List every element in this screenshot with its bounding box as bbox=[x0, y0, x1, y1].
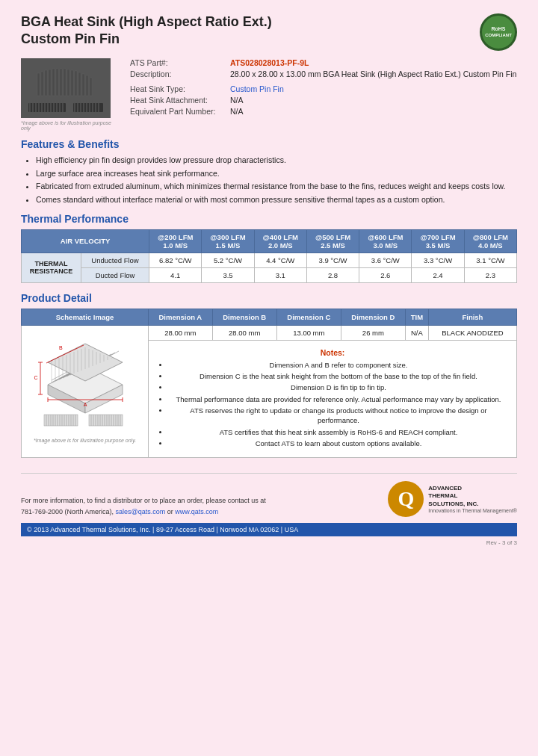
svg-rect-9 bbox=[67, 69, 69, 96]
svg-rect-81 bbox=[44, 415, 78, 426]
description-label: Description: bbox=[130, 69, 227, 78]
ducted-800: 2.3 bbox=[464, 267, 516, 282]
schematic-img-caption: *Image above is for illustration purpose… bbox=[24, 438, 146, 443]
unducted-500: 3.9 °C/W bbox=[306, 252, 359, 267]
note-3: Dimension D is fin tip to fin tip. bbox=[169, 382, 508, 392]
dim-a-value: 28.00 mm bbox=[149, 325, 213, 340]
svg-rect-15 bbox=[90, 78, 92, 96]
note-5: ATS reserves the right to update or chan… bbox=[169, 406, 508, 426]
lfm-600-header: @600 LFM3.0 M/S bbox=[359, 229, 412, 252]
ats-logo-text-block: ADVANCEDTHERMALSOLUTIONS, INC. Innovatio… bbox=[428, 485, 517, 513]
ats-part-label: ATS Part#: bbox=[130, 58, 227, 67]
product-title: BGA Heat Sink (High Aspect Ratio Ext.) C… bbox=[21, 13, 272, 49]
heat-sink-type-row: Heat Sink Type: Custom Pin Fin bbox=[130, 84, 517, 93]
schematic-svg: C A B bbox=[33, 329, 137, 433]
unducted-flow-label: Unducted Flow bbox=[81, 252, 149, 267]
svg-rect-96 bbox=[89, 415, 123, 426]
rohs-badge: RoHS COMPLIANT bbox=[480, 13, 517, 51]
air-velocity-header: AIR VELOCITY bbox=[22, 229, 149, 252]
heat-sink-attachment-label: Heat Sink Attachment: bbox=[130, 96, 227, 105]
svg-rect-5 bbox=[52, 69, 55, 96]
unducted-600: 3.6 °C/W bbox=[359, 252, 412, 267]
lfm-700-header: @700 LFM3.5 M/S bbox=[412, 229, 464, 252]
thermal-performance-heading: Thermal Performance bbox=[21, 213, 517, 225]
svg-rect-10 bbox=[71, 70, 73, 96]
lfm-500-header: @500 LFM2.5 M/S bbox=[306, 229, 359, 252]
title-line1: BGA Heat Sink (High Aspect Ratio Ext.) bbox=[21, 13, 272, 31]
footer-contact-line2: 781-769-2000 (North America), sales@qats… bbox=[21, 506, 266, 517]
lfm-800-header: @800 LFM4.0 M/S bbox=[464, 229, 516, 252]
footer-website[interactable]: www.qats.com bbox=[175, 508, 218, 515]
tim-value: N/A bbox=[405, 325, 428, 340]
thermal-resistance-label: THERMAL RESISTANCE bbox=[22, 252, 81, 282]
heatsink-illustration bbox=[21, 58, 111, 118]
schematic-image-header: Schematic Image bbox=[22, 309, 149, 325]
note-6: ATS certifies that this heat sink assemb… bbox=[169, 427, 508, 437]
equivalent-part-row: Equivalent Part Number: N/A bbox=[130, 107, 517, 116]
feature-item-4: Comes standard without interface materia… bbox=[36, 194, 517, 205]
product-info-section: *Image above is for illustration purpose… bbox=[21, 58, 517, 131]
ducted-400: 3.1 bbox=[254, 267, 306, 282]
lfm-400-header: @400 LFM2.0 M/S bbox=[254, 229, 306, 252]
lfm-300-header: @300 LFM1.5 M/S bbox=[202, 229, 254, 252]
ats-part-value[interactable]: ATS028028013-PF-9L bbox=[230, 58, 309, 67]
heat-sink-attachment-value: N/A bbox=[230, 96, 244, 105]
unducted-300: 5.2 °C/W bbox=[202, 252, 254, 267]
schematic-cell: C A B bbox=[22, 325, 149, 457]
feature-item-3: Fabricated from extruded aluminum, which… bbox=[36, 181, 517, 192]
svg-rect-14 bbox=[86, 75, 88, 96]
product-detail-table: Schematic Image Dimension A Dimension B … bbox=[21, 309, 517, 458]
copyright-bar: © 2013 Advanced Thermal Solutions, Inc. … bbox=[21, 523, 517, 536]
product-image-area: *Image above is for illustration purpose… bbox=[21, 58, 118, 131]
dim-d-value: 26 mm bbox=[341, 325, 405, 340]
product-detail-row: C A B bbox=[22, 325, 517, 340]
heat-sink-attachment-row: Heat Sink Attachment: N/A bbox=[130, 96, 517, 105]
svg-rect-3 bbox=[45, 70, 47, 96]
finish-header: Finish bbox=[428, 309, 516, 325]
page-number: Rev - 3 of 3 bbox=[21, 539, 517, 546]
thermal-resistance-unducted-row: THERMAL RESISTANCE Unducted Flow 6.82 °C… bbox=[22, 252, 517, 267]
notes-section: Notes: Dimension A and B refer to compon… bbox=[151, 344, 514, 454]
svg-rect-7 bbox=[60, 69, 62, 96]
ducted-300: 3.5 bbox=[202, 267, 254, 282]
ducted-500: 2.8 bbox=[306, 267, 359, 282]
features-heading: Features & Benefits bbox=[21, 138, 517, 150]
ats-logo-tagline: Innovations in Thermal Management® bbox=[428, 508, 517, 513]
dim-c-header: Dimension C bbox=[276, 309, 341, 325]
ats-part-row: ATS Part#: ATS028028013-PF-9L bbox=[130, 58, 517, 67]
product-image-caption: *Image above is for illustration purpose… bbox=[21, 120, 118, 131]
unducted-400: 4.4 °C/W bbox=[254, 252, 306, 267]
notes-cell: Notes: Dimension A and B refer to compon… bbox=[149, 340, 517, 457]
product-image-box bbox=[21, 58, 111, 118]
footer-contact: For more information, to find a distribu… bbox=[21, 495, 266, 517]
svg-rect-4 bbox=[49, 69, 51, 96]
dim-b-value: 28.00 mm bbox=[212, 325, 276, 340]
header: BGA Heat Sink (High Aspect Ratio Ext.) C… bbox=[21, 13, 517, 51]
svg-rect-12 bbox=[78, 72, 81, 96]
lfm-200-header: @200 LFM1.0 M/S bbox=[149, 229, 202, 252]
dim-b-header: Dimension B bbox=[212, 309, 276, 325]
note-2: Dimension C is the heat sink height from… bbox=[169, 371, 508, 381]
ducted-flow-label: Ducted Flow bbox=[81, 267, 149, 282]
thermal-resistance-ducted-row: Ducted Flow 4.1 3.5 3.1 2.8 2.6 2.4 2.3 bbox=[22, 267, 517, 282]
dim-c-value: 13.00 mm bbox=[276, 325, 341, 340]
tim-header: TIM bbox=[405, 309, 428, 325]
copyright-text: © 2013 Advanced Thermal Solutions, Inc. … bbox=[27, 526, 298, 533]
description-value: 28.00 x 28.00 x 13.00 mm BGA Heat Sink (… bbox=[230, 69, 516, 78]
equivalent-part-value: N/A bbox=[230, 107, 244, 116]
footer-email[interactable]: sales@qats.com bbox=[116, 508, 166, 515]
svg-rect-13 bbox=[82, 74, 84, 96]
unducted-700: 3.3 °C/W bbox=[412, 252, 464, 267]
ducted-600: 2.6 bbox=[359, 267, 412, 282]
description-row: Description: 28.00 x 28.00 x 13.00 mm BG… bbox=[130, 69, 517, 78]
svg-text:C: C bbox=[34, 375, 37, 380]
ducted-700: 2.4 bbox=[412, 267, 464, 282]
title-line2: Custom Pin Fin bbox=[21, 31, 272, 48]
notes-list: Dimension A and B refer to component siz… bbox=[157, 360, 508, 448]
product-detail-heading: Product Detail bbox=[21, 292, 517, 304]
notes-heading: Notes: bbox=[157, 348, 508, 357]
ats-logo: Q ADVANCEDTHERMALSOLUTIONS, INC. Innovat… bbox=[388, 481, 517, 517]
svg-text:B: B bbox=[59, 345, 63, 350]
thermal-performance-table: AIR VELOCITY @200 LFM1.0 M/S @300 LFM1.5… bbox=[21, 229, 517, 283]
feature-item-1: High efficiency pin fin design provides … bbox=[36, 155, 517, 166]
